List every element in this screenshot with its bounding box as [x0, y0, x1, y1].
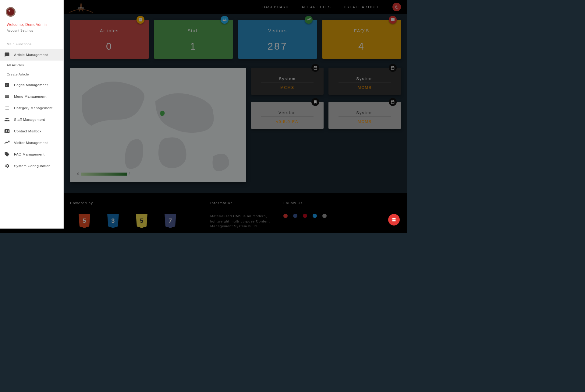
stat-card-staff[interactable]: Staff 1: [154, 20, 233, 59]
nav-menu-management[interactable]: Menu Management: [0, 91, 63, 102]
svg-text:3: 3: [111, 217, 115, 224]
sub-all-articles[interactable]: All Articles: [0, 61, 63, 70]
brand-mark: CMS: [66, 0, 96, 14]
mini-system-1[interactable]: System MCMS: [251, 68, 324, 95]
svg-point-2: [9, 10, 10, 12]
trend-icon: [4, 140, 10, 145]
chat-icon: [389, 16, 397, 24]
nav-visitor-management[interactable]: Visitor Management: [0, 137, 63, 149]
contact-icon: [4, 128, 10, 134]
topnav-create-article[interactable]: CREATE ARTICLE: [344, 5, 380, 9]
card-value: 287: [244, 41, 311, 52]
menu-icon: [4, 94, 10, 99]
svg-text:5: 5: [140, 217, 144, 224]
stat-card-visitors[interactable]: Visitors 287: [238, 20, 317, 59]
visitor-map[interactable]: 0 2: [70, 68, 246, 182]
footer-hdr-info: Information: [210, 201, 274, 208]
row-map-minis: 0 2 System MCMS System MCMS Version v0.5…: [70, 68, 401, 182]
footer-hdr-follow: Follow Us: [283, 201, 401, 208]
svg-text:CMS: CMS: [78, 7, 84, 9]
top-nav: DASHBOARD ALL ARTICLES CREATE ARTICLE: [262, 3, 401, 11]
footer-info: Information Materialized CMS is an moder…: [210, 201, 274, 233]
section-header: Main Functions: [0, 38, 63, 49]
nav-contact-mailbox[interactable]: Contact Mailbox: [0, 125, 63, 137]
world-map-svg: [70, 68, 246, 182]
social-links: [283, 214, 401, 218]
mini-title: Version: [261, 110, 313, 117]
social-twitter-icon[interactable]: [313, 214, 317, 218]
account-settings-link[interactable]: Account Settings: [0, 29, 63, 38]
social-pinterest-icon[interactable]: [303, 214, 307, 218]
social-youtube-icon[interactable]: [283, 214, 288, 218]
mini-title: System: [261, 76, 313, 82]
card-value: 0: [76, 41, 143, 52]
social-facebook-icon[interactable]: [293, 214, 297, 218]
nav-label: Article Management: [14, 53, 48, 57]
sidebar-drawer: Welcome, DemoAdmin Account Settings Main…: [0, 0, 64, 229]
nav-label: Contact Mailbox: [14, 129, 41, 133]
card-title: Visitors: [250, 28, 305, 35]
stat-card-faqs[interactable]: FAQ'S 4: [322, 20, 401, 59]
svg-text:5: 5: [83, 217, 86, 224]
brand-logo: [0, 0, 63, 23]
calendar-icon: [389, 98, 397, 106]
html5-icon: 5: [77, 214, 91, 231]
tech-logos: 5 3 5 7: [70, 214, 201, 231]
people-icon: [4, 117, 10, 122]
css3-icon: 3: [106, 214, 120, 231]
svg-text:7: 7: [168, 217, 172, 224]
mini-version[interactable]: Version v0.5.0-EA: [251, 102, 324, 129]
nav-article-management[interactable]: Article Management: [0, 49, 63, 61]
footer-follow: Follow Us: [283, 201, 401, 233]
topnav-dashboard[interactable]: DASHBOARD: [262, 5, 289, 9]
mini-grid: System MCMS System MCMS Version v0.5.0-E…: [251, 68, 401, 182]
social-other-icon[interactable]: [322, 214, 327, 218]
trend-icon: [305, 16, 313, 24]
legend-max: 2: [129, 172, 130, 176]
mini-value: MCMS: [332, 120, 397, 124]
tag-icon: [4, 152, 10, 157]
nav-system-config[interactable]: System Configuration: [0, 160, 63, 172]
mini-value: MCMS: [255, 86, 320, 90]
footer-hdr-powered: Powered by: [70, 201, 201, 208]
welcome-text: Welcome, DemoAdmin: [0, 23, 63, 29]
nav-label: Category Management: [14, 106, 52, 110]
article-icon: [4, 82, 10, 88]
calendar-icon: [389, 64, 397, 72]
chat-icon: [4, 52, 10, 58]
fab-button[interactable]: [388, 214, 400, 226]
nav-label: Staff Management: [14, 118, 45, 121]
mini-value: MCMS: [332, 86, 397, 90]
php7-icon: 7: [163, 214, 177, 231]
nav-staff-management[interactable]: Staff Management: [0, 114, 63, 125]
power-button[interactable]: [392, 3, 401, 11]
nav-label: Visitor Management: [14, 141, 48, 145]
stat-row: Articles 0 Staff 1 Visitors 287 FAQ'S 4: [70, 20, 401, 59]
calendar-icon: [311, 64, 319, 72]
nav-faq-management[interactable]: FAQ Management: [0, 149, 63, 160]
stat-card-articles[interactable]: Articles 0: [70, 20, 149, 59]
card-title: Staff: [166, 28, 221, 35]
mini-system-2[interactable]: System MCMS: [328, 68, 401, 95]
mini-system-3[interactable]: System MCMS: [328, 102, 401, 129]
gear-icon: [4, 163, 10, 169]
mini-title: System: [339, 110, 391, 117]
card-title: Articles: [82, 28, 136, 35]
nav-label: FAQ Management: [14, 152, 44, 156]
svg-point-1: [7, 8, 14, 16]
list-icon: [4, 105, 10, 111]
card-title: FAQ'S: [335, 28, 389, 35]
sub-create-article[interactable]: Create Article: [0, 70, 63, 79]
map-legend: 0 2: [77, 172, 130, 176]
card-value: 1: [160, 41, 227, 52]
nav-category-management[interactable]: Category Management: [0, 102, 63, 114]
topnav-all-articles[interactable]: ALL ARTICLES: [302, 5, 331, 9]
footer-powered: Powered by 5 3 5 7: [70, 201, 201, 233]
legend-bar: [81, 173, 127, 176]
nav-pages-management[interactable]: Pages Management: [0, 79, 63, 91]
legend-min: 0: [77, 172, 79, 176]
mini-value: v0.5.0-EA: [255, 120, 320, 124]
people-icon: [221, 16, 229, 24]
note-icon: [136, 16, 144, 24]
nav-label: System Configuration: [14, 164, 51, 168]
